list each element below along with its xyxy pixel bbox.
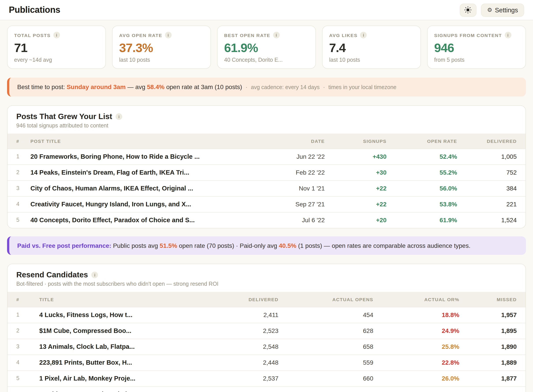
page-title: Publications [9, 5, 60, 15]
post-date: Sep 27 '21 [265, 196, 329, 212]
banner-text: — avg [127, 83, 145, 90]
table-row: 3 City of Chaos, Human Alarms, IKEA Effe… [8, 181, 525, 196]
post-actual-or: 18.8% [378, 307, 464, 323]
post-actual-opens: 669 [283, 387, 378, 392]
settings-button[interactable]: ⚙ Settings [481, 3, 524, 17]
row-rank: 6 [8, 387, 35, 392]
post-delivered: 1,005 [462, 149, 525, 165]
post-delivered: 2,448 [199, 355, 283, 371]
post-title: 14 Peaks, Einstein's Dream, Flag of Eart… [26, 165, 265, 181]
info-icon[interactable]: i [165, 32, 171, 38]
stat-subtitle: 40 Concepts, Dorito E... [224, 57, 309, 63]
info-icon[interactable]: i [505, 32, 511, 38]
post-open-rate: 55.2% [391, 165, 462, 181]
stat-label: AVG OPEN RATE [119, 33, 162, 38]
table-header-row: # TITLE DELIVERED ACTUAL OPENS ACTUAL OR… [8, 292, 525, 307]
separator: · [321, 84, 326, 90]
post-actual-opens: 454 [283, 307, 378, 323]
stat-value: 946 [434, 42, 519, 55]
post-missed: 1,877 [464, 371, 525, 387]
stat-subtitle: last 10 posts [329, 57, 414, 63]
table-row: 6 50 Things, How to Win Nobel... 2,533 6… [8, 387, 525, 392]
info-icon[interactable]: i [116, 113, 122, 120]
col-rank: # [8, 292, 35, 307]
row-rank: 2 [8, 165, 26, 181]
post-missed: 1,957 [464, 307, 525, 323]
post-actual-opens: 628 [283, 323, 378, 339]
post-delivered: 752 [462, 165, 525, 181]
post-title: 4 Lucks, Fitness Logs, How t... [35, 307, 199, 323]
growth-section-header: Posts That Grew Your List i 946 total si… [8, 106, 525, 134]
post-signups: +22 [329, 196, 391, 212]
col-signups: SIGNUPS [329, 134, 391, 149]
post-missed: 1,895 [464, 323, 525, 339]
resend-section: Resend Candidates i Bot-filtered · posts… [7, 264, 526, 392]
cadence-note: avg cadence: every 14 days [251, 84, 320, 90]
row-rank: 5 [8, 212, 26, 228]
post-signups: +430 [329, 149, 391, 165]
post-actual-opens: 658 [283, 339, 378, 355]
post-actual-opens: 660 [283, 371, 378, 387]
settings-label: Settings [495, 6, 518, 14]
row-rank: 4 [8, 196, 26, 212]
banner-text: open rate (70 posts) · Paid-only avg [179, 242, 277, 249]
best-time-highlight: Sunday around 3am [67, 83, 126, 90]
resend-section-header: Resend Candidates i Bot-filtered · posts… [8, 264, 525, 292]
stat-subtitle: from 5 posts [434, 57, 519, 63]
public-open-rate: 51.5% [160, 242, 177, 249]
post-open-rate: 52.4% [391, 149, 462, 165]
col-delivered: DELIVERED [199, 292, 283, 307]
info-icon[interactable]: i [360, 32, 367, 38]
timezone-note: times in your local timezone [329, 84, 396, 90]
table-row: 1 20 Frameworks, Boring Phone, How to Ri… [8, 149, 525, 165]
section-title: Posts That Grew Your List [16, 112, 112, 121]
col-delivered: DELIVERED [462, 134, 525, 149]
growth-table: # POST TITLE DATE SIGNUPS OPEN RATE DELI… [8, 134, 525, 228]
topbar-actions: ⚙ Settings [460, 3, 524, 17]
post-title: 20 Frameworks, Boring Phone, How to Ride… [26, 149, 265, 165]
row-rank: 2 [8, 323, 35, 339]
post-signups: +20 [329, 212, 391, 228]
col-actual-or: ACTUAL OR% [378, 292, 464, 307]
stat-card-best-open-rate: BEST OPEN RATE i 61.9% 40 Concepts, Dori… [217, 26, 316, 69]
table-row: 4 Creativity Faucet, Hungry Island, Iron… [8, 196, 525, 212]
section-title: Resend Candidates [16, 270, 88, 280]
banner-text: open rate at 3am (10 posts) [166, 83, 242, 90]
post-missed: 1,889 [464, 355, 525, 371]
row-rank: 1 [8, 149, 26, 165]
post-title: 40 Concepts, Dorito Effect, Paradox of C… [26, 212, 265, 228]
banner-text: Public posts avg [113, 242, 158, 249]
post-title: 50 Things, How to Win Nobel... [35, 387, 199, 392]
post-delivered: 1,524 [462, 212, 525, 228]
growth-section: Posts That Grew Your List i 946 total si… [7, 105, 526, 229]
theme-toggle-button[interactable] [460, 3, 476, 17]
stat-value: 7.4 [329, 42, 414, 55]
info-icon[interactable]: i [53, 32, 60, 38]
row-rank: 3 [8, 181, 26, 196]
post-missed: 1,890 [464, 339, 525, 355]
main-content: TOTAL POSTS i 71 every ~14d avg AVG OPEN… [0, 26, 533, 392]
paid-vs-free-banner: Paid vs. Free post performance: Public p… [7, 236, 526, 255]
col-open-rate: OPEN RATE [391, 134, 462, 149]
stat-card-total-posts: TOTAL POSTS i 71 every ~14d avg [7, 26, 106, 69]
info-icon[interactable]: i [273, 32, 279, 38]
post-title: $1M Cube, Compressed Boo... [35, 323, 199, 339]
table-row: 3 13 Animals, Clock Lab, Flatpa... 2,548… [8, 339, 525, 355]
resend-table: # TITLE DELIVERED ACTUAL OPENS ACTUAL OR… [8, 292, 525, 392]
post-date: Jun 22 '22 [265, 149, 329, 165]
col-title: TITLE [35, 292, 199, 307]
table-row: 2 14 Peaks, Einstein's Dream, Flag of Ea… [8, 165, 525, 181]
stat-label: TOTAL POSTS [14, 33, 51, 38]
table-row: 5 1 Pixel, Air Lab, Monkey Proje... 2,53… [8, 371, 525, 387]
stat-value: 37.3% [119, 42, 204, 55]
stat-label: AVG LIKES [329, 33, 358, 38]
stat-subtitle: last 10 posts [119, 57, 204, 63]
info-icon[interactable]: i [92, 272, 98, 278]
post-delivered: 2,523 [199, 323, 283, 339]
section-subtitle: 946 total signups attributed to content [16, 123, 517, 129]
post-delivered: 2,411 [199, 307, 283, 323]
stat-value: 71 [14, 42, 99, 55]
stat-value: 61.9% [224, 42, 309, 55]
table-row: 2 $1M Cube, Compressed Boo... 2,523 628 … [8, 323, 525, 339]
row-rank: 4 [8, 355, 35, 371]
